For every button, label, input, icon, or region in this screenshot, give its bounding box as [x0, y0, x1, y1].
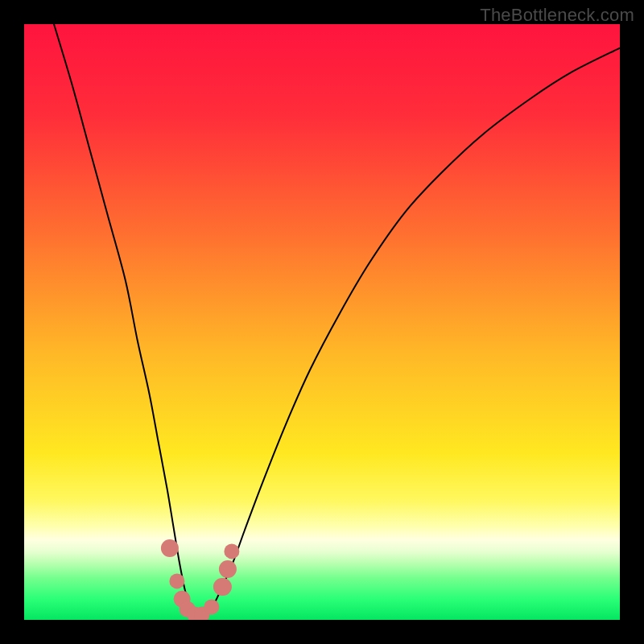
bottleneck-curve — [54, 24, 620, 618]
plot-area — [24, 24, 620, 620]
watermark-text: TheBottleneck.com — [480, 5, 634, 26]
chart-frame: TheBottleneck.com — [0, 0, 644, 644]
curve-layer — [24, 24, 620, 620]
